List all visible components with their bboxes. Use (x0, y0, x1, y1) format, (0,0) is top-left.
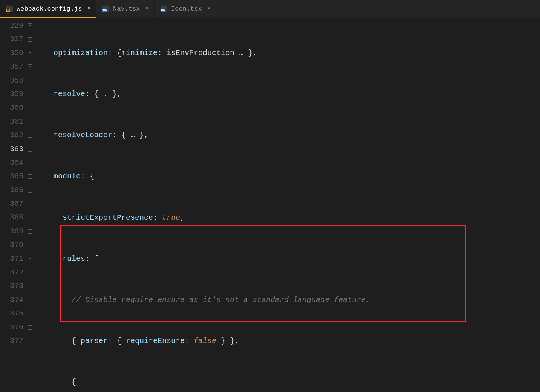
svg-text:TSX: TSX (161, 9, 165, 12)
tab-label: webpack.config.js (17, 5, 82, 12)
line-number: 374 (0, 293, 23, 307)
fold-collapsed-icon[interactable]: + (25, 19, 35, 32)
editor-tabs: JS webpack.config.js × TSX Nav.tsx × TSX… (0, 0, 540, 17)
line-number: 358 (0, 74, 23, 87)
code-line[interactable]: // Disable require.ensure as it's not a … (35, 293, 540, 307)
line-number: 371 (0, 252, 23, 266)
line-number: 368 (0, 211, 23, 224)
tsx-file-icon: TSX (102, 5, 110, 13)
fold-expanded-icon[interactable]: − (25, 293, 35, 307)
line-number: 359 (0, 87, 23, 101)
fold-expanded-icon[interactable]: − (25, 142, 35, 156)
line-number: 357 (0, 60, 23, 74)
line-number: 376 (0, 321, 23, 334)
code-line[interactable]: module: { (35, 170, 540, 183)
line-number: 369 (0, 225, 23, 238)
line-number: 370 (0, 238, 23, 252)
line-number-gutter: 229 307 350 357 358 359 360 361 362 363 … (0, 17, 25, 392)
fold-expanded-icon[interactable]: − (25, 252, 35, 266)
code-line[interactable]: rules: [ (35, 252, 540, 266)
fold-expanded-icon[interactable]: − (25, 87, 35, 101)
line-number: 372 (0, 266, 23, 279)
tab-label: Icon.tsx (171, 5, 202, 12)
code-line[interactable]: { (35, 375, 540, 389)
fold-gutter: + + + − − − − − − − − − − − (25, 17, 35, 392)
fold-collapsed-icon[interactable]: + (25, 46, 35, 60)
close-icon[interactable]: × (207, 5, 211, 12)
line-number: 229 (0, 19, 23, 32)
tab-webpack-config[interactable]: JS webpack.config.js × (0, 0, 96, 17)
close-icon[interactable]: × (87, 5, 91, 12)
line-number: 364 (0, 156, 23, 170)
line-number: 362 (0, 129, 23, 142)
line-number: 365 (0, 170, 23, 183)
code-line[interactable]: resolveLoader: { … }, (35, 129, 540, 142)
close-icon[interactable]: × (145, 5, 149, 12)
line-number: 307 (0, 32, 23, 46)
fold-expanded-icon[interactable]: − (25, 170, 35, 183)
js-file-icon: JS (5, 5, 14, 13)
tab-nav-tsx[interactable]: TSX Nav.tsx × (96, 0, 155, 17)
line-number: 373 (0, 279, 23, 293)
code-area[interactable]: optimization: {minimize: isEnvProduction… (35, 17, 540, 392)
fold-expanded-icon[interactable]: − (25, 197, 35, 211)
line-number: 377 (0, 334, 23, 348)
line-number: 350 (0, 46, 23, 60)
fold-expanded-icon[interactable]: − (25, 60, 35, 74)
fold-expanded-icon[interactable]: − (25, 225, 35, 238)
line-number: 360 (0, 101, 23, 115)
fold-collapsed-icon[interactable]: + (25, 32, 35, 46)
tsx-file-icon: TSX (160, 5, 168, 13)
fold-expanded-icon[interactable]: − (25, 129, 35, 142)
tab-icon-tsx[interactable]: TSX Icon.tsx × (155, 0, 216, 17)
line-number: 366 (0, 184, 23, 197)
svg-text:TSX: TSX (102, 9, 107, 12)
code-line[interactable]: resolve: { … }, (35, 87, 540, 101)
line-number: 375 (0, 307, 23, 320)
highlight-box-annotation (60, 225, 466, 322)
line-number: 367 (0, 197, 23, 211)
tab-label: Nav.tsx (113, 5, 140, 12)
line-number: 363 (0, 142, 23, 156)
fold-expanded-icon[interactable]: − (25, 321, 35, 334)
code-line[interactable]: strictExportPresence: true, (35, 211, 540, 225)
fold-expanded-icon[interactable]: − (25, 184, 35, 197)
line-number: 361 (0, 115, 23, 129)
code-editor[interactable]: 229 307 350 357 358 359 360 361 362 363 … (0, 17, 540, 392)
code-line[interactable]: { parser: { requireEnsure: false } }, (35, 334, 540, 348)
svg-text:JS: JS (6, 9, 10, 12)
code-line[interactable]: optimization: {minimize: isEnvProduction… (35, 46, 540, 60)
